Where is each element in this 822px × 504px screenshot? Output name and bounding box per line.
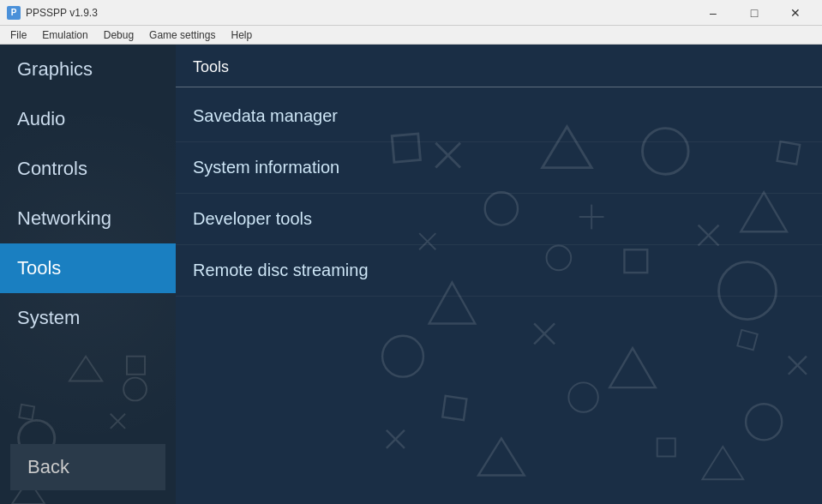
sidebar-item-audio[interactable]: Audio [0, 94, 176, 144]
svg-line-25 [387, 430, 405, 448]
svg-marker-30 [478, 438, 525, 475]
svg-point-15 [746, 404, 782, 440]
svg-rect-41 [737, 330, 757, 350]
title-bar: P PPSSPP v1.9.3 – □ ✕ [0, 0, 822, 26]
sidebar-item-controls[interactable]: Controls [0, 144, 176, 194]
menu-emulation[interactable]: Emulation [35, 26, 94, 45]
back-button[interactable]: Back [10, 444, 165, 490]
svg-marker-29 [609, 348, 656, 387]
menu-game-settings[interactable]: Game settings [142, 26, 222, 45]
svg-rect-35 [442, 396, 466, 420]
panel-items: Savedata manager System information Deve… [176, 91, 822, 297]
main-content: Tools Savedata manager System informatio… [176, 45, 822, 504]
maximize-button[interactable]: □ [735, 0, 774, 26]
panel-title: Tools [176, 45, 822, 87]
close-button[interactable]: ✕ [776, 0, 815, 26]
svg-point-14 [568, 382, 597, 411]
svg-rect-36 [657, 438, 675, 456]
menu-help[interactable]: Help [224, 26, 259, 45]
sidebar: Graphics Audio Controls Networking Tools… [0, 45, 176, 504]
menu-bar: File Emulation Debug Game settings Help [0, 26, 822, 45]
app-content: Graphics Audio Controls Networking Tools… [0, 45, 822, 504]
sidebar-item-system[interactable]: System [0, 293, 176, 343]
sidebar-item-networking[interactable]: Networking [0, 194, 176, 243]
svg-line-23 [789, 357, 807, 375]
minimize-button[interactable]: – [693, 0, 733, 26]
svg-line-20 [534, 323, 555, 344]
panel-item-devtools[interactable]: Developer tools [176, 194, 822, 245]
sidebar-nav: Graphics Audio Controls Networking Tools… [0, 45, 176, 434]
svg-marker-31 [702, 447, 743, 479]
menu-debug[interactable]: Debug [97, 26, 141, 45]
panel-item-savedata[interactable]: Savedata manager [176, 91, 822, 142]
panel-item-sysinfo[interactable]: System information [176, 142, 822, 194]
sidebar-item-graphics[interactable]: Graphics [0, 45, 176, 94]
title-bar-left: P PPSSPP v1.9.3 [7, 6, 98, 20]
window-controls: – □ ✕ [693, 0, 815, 26]
svg-point-13 [382, 336, 423, 377]
menu-file[interactable]: File [3, 26, 33, 45]
app-title: PPSSPP v1.9.3 [26, 7, 98, 19]
app-icon: P [7, 6, 21, 20]
svg-line-22 [789, 357, 807, 375]
panel-item-remote-disc[interactable]: Remote disc streaming [176, 245, 822, 297]
content-panel: Tools Savedata manager System informatio… [176, 45, 822, 297]
svg-line-21 [534, 323, 555, 344]
svg-line-24 [387, 430, 405, 448]
sidebar-item-tools[interactable]: Tools [0, 243, 176, 293]
